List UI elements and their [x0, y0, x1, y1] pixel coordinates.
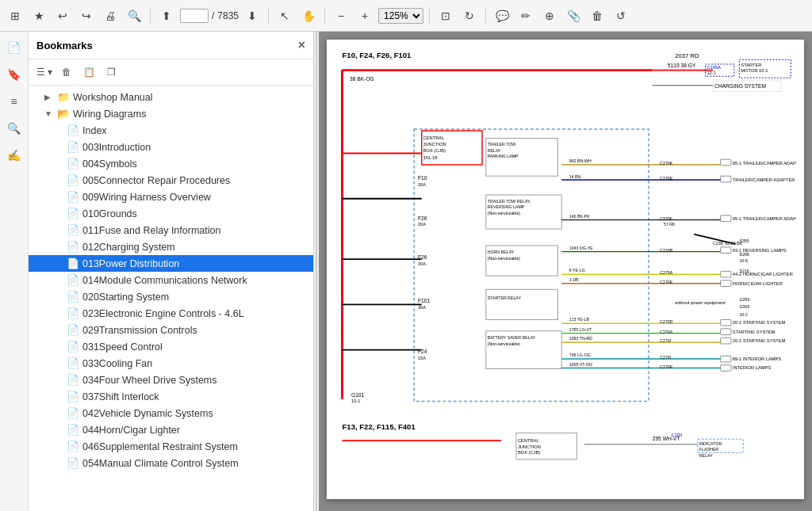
- svg-text:(Non-serviceable): (Non-serviceable): [488, 211, 521, 215]
- sidebar-item-020starting[interactable]: 📄 020Starting System: [29, 288, 313, 305]
- page-icon: 📄: [67, 208, 79, 219]
- svg-text:89-1  INTERIOR LAMPS: 89-1 INTERIOR LAMPS: [733, 357, 782, 361]
- comment-icon[interactable]: 💬: [492, 6, 512, 26]
- sidebar-item-012charging[interactable]: 📄 012Charging System: [29, 238, 313, 255]
- sidebar-item-034four[interactable]: 📄 034Four Wheel Drive Systems: [29, 372, 313, 388]
- sidebar-item-037shift[interactable]: 📄 037Shift Interlock: [29, 388, 313, 405]
- hand-icon[interactable]: ✋: [298, 6, 319, 26]
- sidebar-item-index[interactable]: 📄 Index: [29, 122, 313, 139]
- expand-arrow: ▶: [44, 93, 54, 101]
- sidebar-item-009wiring[interactable]: 📄 009Wiring Harness Overview: [29, 189, 313, 205]
- next-page-icon[interactable]: ⬇: [242, 6, 262, 26]
- delete-icon[interactable]: 🗑: [587, 6, 607, 26]
- svg-text:C270I: C270I: [660, 355, 671, 360]
- sidebar-item-054manual[interactable]: 📄 054Manual Climate Control System: [29, 455, 313, 471]
- svg-text:151-18: 151-18: [423, 155, 438, 160]
- sidebar-item-029transmission[interactable]: 📄 029Transmission Controls: [29, 322, 313, 338]
- sidebar-item-label: 044Horn/Cigar Lighter: [82, 425, 307, 436]
- stamp-icon[interactable]: ⊕: [539, 6, 560, 26]
- zoom-in-icon[interactable]: +: [354, 6, 375, 26]
- rotate-icon[interactable]: ↻: [459, 6, 480, 26]
- document-panel-icon[interactable]: 📄: [3, 36, 25, 59]
- svg-text:6 YE-LG: 6 YE-LG: [569, 268, 585, 273]
- svg-text:TRAILER TOW: TRAILER TOW: [488, 142, 516, 147]
- expand-all-btn[interactable]: ❐: [102, 63, 121, 82]
- svg-text:140 BK-PK: 140 BK-PK: [569, 214, 590, 219]
- svg-text:HORN/CIGAR LIGHTER: HORN/CIGAR LIGHTER: [733, 281, 783, 286]
- sidebar-item-042vehicle[interactable]: 📄 042Vehicle Dynamic Systems: [29, 405, 313, 421]
- search-panel-icon[interactable]: 🔍: [3, 117, 25, 139]
- svg-text:F101: F101: [418, 298, 430, 303]
- svg-rect-49: [721, 159, 731, 166]
- sidebar-item-label: 003Introduction: [82, 142, 307, 153]
- svg-text:2037  RD: 2037 RD: [675, 52, 699, 59]
- svg-text:C270K: C270K: [660, 161, 673, 166]
- sidebar-item-workshop-manual[interactable]: ▶ 📁 Workshop Manual: [29, 89, 313, 105]
- folder-open-icon: 📂: [57, 108, 70, 120]
- page-input[interactable]: 617: [180, 9, 209, 23]
- svg-text:12-1: 12-1: [707, 71, 715, 75]
- svg-text:C270B: C270B: [660, 248, 673, 253]
- sep5: [485, 8, 486, 24]
- sidebar-item-013power[interactable]: 📄 013Power Distribution: [29, 255, 313, 272]
- svg-text:BOX (CJB): BOX (CJB): [518, 450, 540, 455]
- forward-icon[interactable]: ↪: [76, 6, 97, 26]
- prev-page-icon[interactable]: ⬆: [156, 6, 177, 26]
- bookmark-icon[interactable]: ★: [29, 6, 49, 26]
- delete-bookmark-btn[interactable]: 🗑: [57, 63, 76, 82]
- undo-icon[interactable]: ↺: [611, 6, 631, 26]
- sidebar-item-033cooling[interactable]: 📄 033Cooling Fan: [29, 355, 313, 372]
- sidebar-item-label: 034Four Wheel Drive Systems: [82, 375, 307, 386]
- svg-text:INTERIOR LAMPS: INTERIOR LAMPS: [733, 365, 771, 370]
- fit-icon[interactable]: ⊡: [435, 6, 456, 26]
- sidebar-item-label: Index: [82, 125, 307, 136]
- sidebar-item-023electronic[interactable]: 📄 023Electronic Engine Controls - 4.6L: [29, 305, 313, 322]
- svg-text:1093 TN-RD: 1093 TN-RD: [569, 336, 593, 341]
- resize-handle[interactable]: [314, 32, 319, 511]
- highlight-icon[interactable]: ✏: [515, 6, 536, 26]
- sidebar-item-005connector[interactable]: 📄 005Connector Repair Procedures: [29, 172, 313, 189]
- layers-panel-icon[interactable]: ≡: [3, 90, 25, 112]
- sidebar-item-label: 005Connector Repair Procedures: [82, 175, 307, 186]
- page-icon: 📄: [67, 407, 79, 419]
- print-icon[interactable]: 🖨: [100, 6, 121, 26]
- sidebar-item-label: 033Cooling Fan: [82, 358, 307, 369]
- signature-panel-icon[interactable]: ✍: [3, 144, 25, 166]
- home-icon[interactable]: ⊞: [5, 6, 25, 26]
- svg-text:57 RK: 57 RK: [664, 222, 676, 227]
- svg-text:STARTER RELAY: STARTER RELAY: [488, 296, 522, 300]
- search-icon[interactable]: 🔍: [124, 6, 144, 26]
- sidebar-item-046supplemental[interactable]: 📄 046Supplemental Restraint System: [29, 438, 313, 455]
- zoom-select[interactable]: 50% 75% 100% 125% 150% 200%: [378, 8, 423, 24]
- svg-text:C204: C204: [672, 433, 683, 437]
- svg-text:10-6: 10-6: [739, 258, 748, 263]
- svg-rect-69: [721, 365, 731, 372]
- sidebar-item-031speed[interactable]: 📄 031Speed Control: [29, 338, 313, 355]
- page-icon: 📄: [67, 174, 79, 186]
- sidebar-item-004symbols[interactable]: 📄 004Symbols: [29, 155, 313, 172]
- back-icon[interactable]: ↩: [52, 6, 73, 26]
- sidebar-item-wiring-diagrams[interactable]: ▼ 📂 Wiring Diagrams: [29, 105, 313, 122]
- close-sidebar-btn[interactable]: ×: [298, 38, 305, 52]
- sidebar-item-003introduction[interactable]: 📄 003Introduction: [29, 139, 313, 155]
- zoom-out-icon[interactable]: −: [331, 6, 351, 26]
- svg-rect-61: [721, 319, 731, 326]
- svg-text:795 LG-OG: 795 LG-OG: [569, 353, 591, 357]
- sidebar-item-label: 037Shift Interlock: [82, 391, 307, 402]
- sidebar-item-014module[interactable]: 📄 014Module Communications Network: [29, 272, 313, 288]
- attach-icon[interactable]: 📎: [563, 6, 584, 26]
- cursor-icon[interactable]: ↖: [274, 6, 295, 26]
- pdf-content-area[interactable]: F10, F24, F26, F101 2037 RD 5119 38 GY C…: [319, 32, 812, 511]
- sep3: [324, 8, 325, 24]
- zoom-control[interactable]: 50% 75% 100% 125% 150% 200%: [378, 8, 423, 24]
- svg-text:S216: S216: [739, 269, 749, 273]
- sidebar-item-044horn[interactable]: 📄 044Horn/Cigar Lighter: [29, 421, 313, 438]
- svg-text:1043 OG-YE: 1043 OG-YE: [569, 246, 593, 250]
- bookmark-panel-icon[interactable]: 🔖: [3, 63, 25, 86]
- sidebar-item-010grounds[interactable]: 📄 010Grounds: [29, 205, 313, 222]
- sidebar-item-011fuse[interactable]: 📄 011Fuse and Relay Information: [29, 222, 313, 238]
- svg-text:F26: F26: [418, 215, 427, 221]
- svg-text:(Non-serviceable): (Non-serviceable): [488, 256, 521, 261]
- list-view-btn[interactable]: ☰ ▾: [35, 63, 54, 82]
- new-bookmark-btn[interactable]: 📋: [79, 63, 98, 82]
